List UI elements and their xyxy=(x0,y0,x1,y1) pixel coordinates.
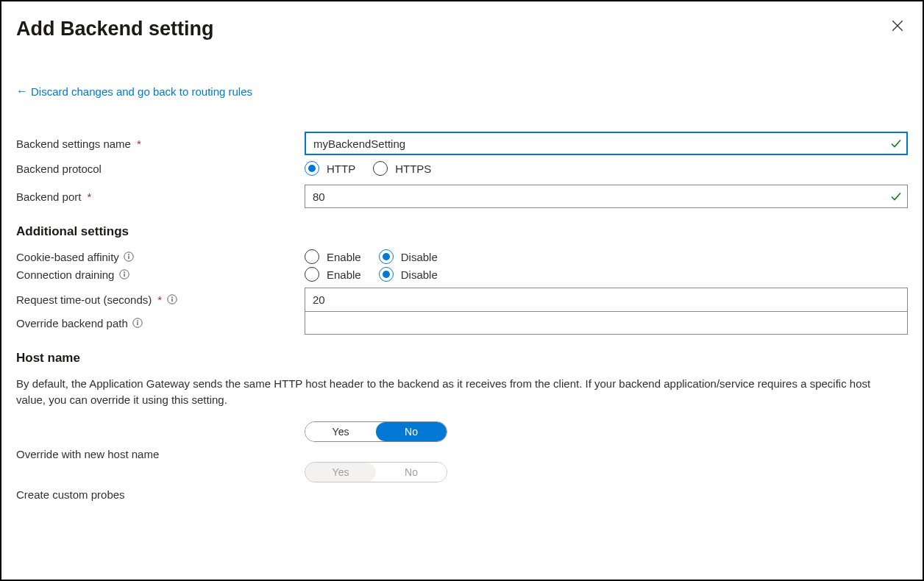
cookie-enable-label: Enable xyxy=(327,251,361,263)
protocol-https-radio[interactable]: HTTPS xyxy=(373,161,431,176)
backend-settings-name-input-wrap xyxy=(305,132,908,155)
hostname-description: By default, the Application Gateway send… xyxy=(16,376,899,408)
close-button[interactable] xyxy=(889,18,906,35)
backend-settings-name-input[interactable] xyxy=(305,132,908,155)
row-backend-settings-name: Backend settings name * xyxy=(16,132,908,155)
probes-toggle-no: No xyxy=(376,463,447,482)
label-create-custom-probes: Create custom probes xyxy=(16,488,125,501)
backend-port-input[interactable] xyxy=(305,185,908,208)
discard-back-link[interactable]: ← Discard changes and go back to routing… xyxy=(16,85,252,98)
arrow-left-icon: ← xyxy=(16,85,28,98)
panel-title: Add Backend setting xyxy=(16,18,908,40)
row-connection-draining: Connection draining Enable Disable xyxy=(16,267,908,282)
label-backend-port: Backend port xyxy=(16,190,81,203)
probes-toggle-yes: Yes xyxy=(305,463,376,482)
cookie-enable-radio[interactable]: Enable xyxy=(305,249,361,264)
required-marker: * xyxy=(157,293,162,306)
draining-enable-label: Enable xyxy=(327,268,361,281)
svg-point-4 xyxy=(124,271,125,273)
backend-protocol-radio-group: HTTP HTTPS xyxy=(305,161,431,176)
row-override-new-host-label: Override with new host name xyxy=(16,448,908,460)
create-probes-toggle: Yes No xyxy=(305,462,447,482)
hostname-toggle-yes[interactable]: Yes xyxy=(305,422,376,441)
hostname-override-toggle[interactable]: Yes No xyxy=(305,421,447,442)
label-backend-protocol: Backend protocol xyxy=(16,163,102,175)
required-marker: * xyxy=(137,138,141,150)
override-backend-path-input-wrap xyxy=(305,311,908,335)
row-request-timeout: Request time-out (seconds) * xyxy=(16,288,908,311)
check-icon xyxy=(890,138,902,149)
svg-point-1 xyxy=(128,254,129,255)
cookie-affinity-radio-group: Enable Disable xyxy=(305,249,438,264)
row-hostname-toggle: Yes No xyxy=(16,421,908,442)
add-backend-setting-panel: Add Backend setting ← Discard changes an… xyxy=(0,0,924,581)
label-request-timeout: Request time-out (seconds) xyxy=(16,293,152,306)
backend-port-input-wrap xyxy=(305,185,908,208)
svg-point-10 xyxy=(137,320,138,321)
info-icon[interactable] xyxy=(118,269,129,280)
connection-draining-radio-group: Enable Disable xyxy=(305,267,438,282)
protocol-http-radio[interactable]: HTTP xyxy=(305,161,355,176)
svg-rect-5 xyxy=(124,274,124,277)
svg-rect-2 xyxy=(129,256,129,259)
label-backend-settings-name: Backend settings name xyxy=(16,138,131,150)
row-override-backend-path: Override backend path xyxy=(16,311,908,335)
svg-rect-11 xyxy=(138,322,138,325)
label-override-new-host: Override with new host name xyxy=(16,448,159,460)
section-additional-settings: Additional settings xyxy=(16,224,908,239)
info-icon[interactable] xyxy=(132,318,143,329)
row-backend-protocol: Backend protocol HTTP HTTPS xyxy=(16,161,908,176)
back-link-text: Discard changes and go back to routing r… xyxy=(31,85,252,98)
row-create-probes-toggle: Yes No xyxy=(16,462,908,482)
label-override-backend-path: Override backend path xyxy=(16,317,128,329)
info-icon[interactable] xyxy=(166,294,177,305)
protocol-http-label: HTTP xyxy=(327,163,355,175)
info-icon[interactable] xyxy=(124,252,135,263)
draining-disable-label: Disable xyxy=(401,268,438,281)
cookie-disable-radio[interactable]: Disable xyxy=(379,249,438,264)
override-backend-path-input[interactable] xyxy=(305,311,908,335)
row-cookie-affinity: Cookie-based affinity Enable Disable xyxy=(16,249,908,264)
label-connection-draining: Connection draining xyxy=(16,268,114,281)
label-cookie-affinity: Cookie-based affinity xyxy=(16,251,119,263)
row-backend-port: Backend port * xyxy=(16,185,908,208)
check-icon xyxy=(890,190,902,202)
request-timeout-input-wrap xyxy=(305,288,908,311)
protocol-https-label: HTTPS xyxy=(395,163,431,175)
required-marker: * xyxy=(87,190,91,203)
cookie-disable-label: Disable xyxy=(401,251,438,263)
svg-point-7 xyxy=(171,296,173,298)
hostname-toggle-no[interactable]: No xyxy=(376,422,447,441)
draining-enable-radio[interactable]: Enable xyxy=(305,267,361,282)
svg-rect-8 xyxy=(171,299,172,302)
draining-disable-radio[interactable]: Disable xyxy=(379,267,438,282)
row-create-custom-probes-label: Create custom probes xyxy=(16,488,908,501)
section-host-name: Host name xyxy=(16,351,908,366)
request-timeout-input[interactable] xyxy=(305,288,908,311)
close-icon xyxy=(891,19,904,35)
form: Backend settings name * Backend protocol xyxy=(16,132,908,501)
